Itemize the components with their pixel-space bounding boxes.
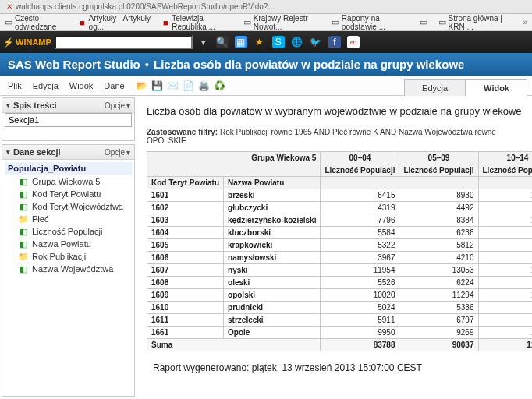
- cube-icon: ◧: [19, 264, 28, 274]
- table-sum-row: Suma837889003711125514161416968416867415…: [147, 339, 533, 351]
- col-age-2: 10–14: [478, 152, 532, 164]
- tab-widok[interactable]: Widok: [466, 79, 527, 96]
- report-title: Liczba osób dla powiatów w wybranym woje…: [147, 101, 532, 125]
- data-table: Grupa Wiekowa 500–0405–0910–1415–1920–24…: [147, 151, 532, 351]
- cell-value: 4210: [399, 252, 478, 264]
- cell-value: 6224: [399, 277, 478, 289]
- bookmark-item[interactable]: ▭ Często odwiedzane: [5, 14, 71, 31]
- cell-nazwa: głubczycki: [224, 202, 321, 214]
- cell-value: 5250: [478, 252, 532, 264]
- section-data-options[interactable]: Opcje ▾: [105, 148, 130, 157]
- ebay-icon[interactable]: eb: [346, 34, 361, 50]
- menu-edycja[interactable]: Edycja: [30, 79, 62, 92]
- cell-value: 13053: [399, 264, 478, 277]
- table-row: 1609opolski10020112941422018183221662229…: [147, 289, 533, 302]
- tree-root[interactable]: Populacja_Powiatu: [5, 162, 132, 175]
- skype-icon[interactable]: S: [271, 34, 286, 50]
- winamp-search-input[interactable]: [55, 35, 193, 49]
- right-pane: Liczba osób dla powiatów w wybranym woje…: [137, 96, 532, 398]
- col-age-1: 05–09: [399, 152, 478, 164]
- tree-item[interactable]: ◧Liczność Populacji: [5, 225, 132, 238]
- cell-nazwa: strzelecki: [224, 314, 321, 327]
- collapse-icon[interactable]: ▾: [6, 101, 10, 109]
- tree-item[interactable]: ◧Grupa Wiekowa 5: [5, 175, 132, 188]
- cell-nazwa: brzeski: [224, 189, 321, 202]
- mail-icon[interactable]: ✉️: [167, 80, 178, 91]
- grid-icon[interactable]: ▦: [233, 34, 249, 50]
- toc-options[interactable]: Opcje ▾: [105, 101, 130, 110]
- twitter-icon[interactable]: 🐦: [308, 34, 324, 50]
- tree-item[interactable]: ◧Nazwa Powiatu: [5, 238, 132, 250]
- section-select[interactable]: [5, 113, 132, 127]
- product-name: SAS Web Report Studio: [8, 58, 140, 71]
- print-icon[interactable]: 🖨️: [198, 80, 209, 91]
- url-text: walchapps.clients.cgmpolska.pl:0200/SASW…: [16, 2, 275, 11]
- bookmark-label: Artykuły - Artykuły og...: [89, 14, 154, 31]
- star-icon[interactable]: ★: [252, 34, 268, 50]
- bolt-icon: ⚡: [3, 37, 14, 48]
- menu-widok[interactable]: Widok: [66, 79, 97, 92]
- winamp-toolbar: ⚡ WINAMP ▾ 🔍 ▦ ★ S 🌐 🐦 f eb: [0, 31, 532, 53]
- tree-item-label: Nazwa Powiatu: [32, 239, 91, 249]
- tree-item[interactable]: 📁Rok Publikacji: [5, 250, 132, 263]
- collapse-icon[interactable]: ▾: [6, 148, 10, 156]
- save-icon[interactable]: 💾: [151, 80, 162, 91]
- tab-edycja[interactable]: Edycja: [404, 79, 466, 96]
- export-icon[interactable]: 📄: [183, 80, 193, 91]
- open-icon[interactable]: 📂: [136, 80, 147, 91]
- page-icon: ▭: [438, 18, 446, 27]
- facebook-icon[interactable]: f: [327, 34, 342, 50]
- table-row: 1604kluczborski5584623679601017112271114…: [147, 227, 533, 239]
- bookmark-item[interactable]: ▭ Krajowy Rejestr Nowot...: [243, 14, 324, 31]
- tree-item[interactable]: ◧Nazwa Województwa: [5, 263, 132, 275]
- bookmarks-bar: ▭ Często odwiedzane ■ Artykuły - Artykuł…: [0, 14, 532, 31]
- cell-value: 10020: [321, 289, 399, 302]
- sum-value: 111255: [478, 339, 532, 351]
- generated-value: piątek, 13 wrzesień 2013 15:07:00 CEST: [252, 362, 422, 373]
- bookmark-item[interactable]: ▭ Strona główna | KRN ...: [438, 14, 516, 31]
- cell-kod: 1607: [147, 264, 224, 277]
- dropdown-button[interactable]: ▾: [196, 34, 211, 50]
- page-icon: ▭: [332, 18, 339, 27]
- bookmark-label: Raporty na podstawie ...: [342, 14, 411, 31]
- cell-value: 16524: [478, 264, 532, 277]
- tree-item[interactable]: 📁Płeć: [5, 213, 132, 225]
- tree-item-label: Nazwa Województwa: [32, 264, 113, 274]
- col-nazwa-powiatu: Nazwa Powiatu: [224, 177, 321, 189]
- cube-icon: ◧: [19, 189, 28, 199]
- cell-value: 6507: [478, 302, 532, 314]
- folder-icon: 📁: [19, 252, 28, 261]
- cell-value: 5911: [321, 314, 399, 327]
- globe-icon[interactable]: 🌐: [289, 34, 305, 50]
- cell-value: 5336: [399, 302, 478, 314]
- bookmark-item[interactable]: ■ Artykuły - Artykuły og...: [79, 14, 154, 31]
- tree-item[interactable]: ◧Kod Teryt Powiatu: [5, 188, 132, 200]
- bookmark-item[interactable]: ▭ Raporty na podstawie ...: [332, 14, 411, 31]
- filters-label: Zastosowane filtry:: [147, 128, 218, 136]
- left-pane: ▾ Spis treści Opcje ▾ ▾ ▾ Dane sekcji Op…: [0, 96, 137, 398]
- refresh-icon[interactable]: ♻️: [214, 80, 225, 91]
- toc-panel: ▾ Spis treści Opcje ▾ ▾: [2, 97, 135, 141]
- cell-nazwa: opolski: [224, 289, 321, 302]
- menu-dane[interactable]: Dane: [101, 79, 127, 92]
- tab-close-icon[interactable]: ✕: [6, 2, 12, 11]
- cell-value: 4319: [321, 202, 399, 214]
- bookmark-item[interactable]: ■ Telewizja Republika ...: [161, 14, 235, 31]
- table-row: 1608oleski552662247586981411151106989740…: [147, 277, 533, 289]
- page-icon: ▭: [243, 18, 251, 27]
- cell-value: 7120: [478, 239, 532, 252]
- cell-value: 5584: [321, 227, 399, 239]
- bookmark-item[interactable]: ▭: [419, 18, 431, 27]
- bookmark-label: Telewizja Republika ...: [172, 14, 235, 31]
- col-blank2-2: [478, 177, 532, 189]
- tree-item[interactable]: ◧Kod Teryt Województwa: [5, 200, 132, 213]
- chevron-down-icon: ▾: [126, 101, 130, 110]
- bookmarks-overflow-icon[interactable]: »: [523, 18, 527, 26]
- menu-plik[interactable]: Plik: [5, 79, 25, 92]
- winamp-text: WINAMP: [16, 37, 51, 47]
- cell-nazwa: prudnicki: [224, 302, 321, 314]
- cell-value: 11294: [399, 289, 478, 302]
- cell-value: 8415: [321, 189, 399, 202]
- search-button[interactable]: 🔍: [215, 34, 230, 50]
- cell-value: 8564: [478, 314, 532, 327]
